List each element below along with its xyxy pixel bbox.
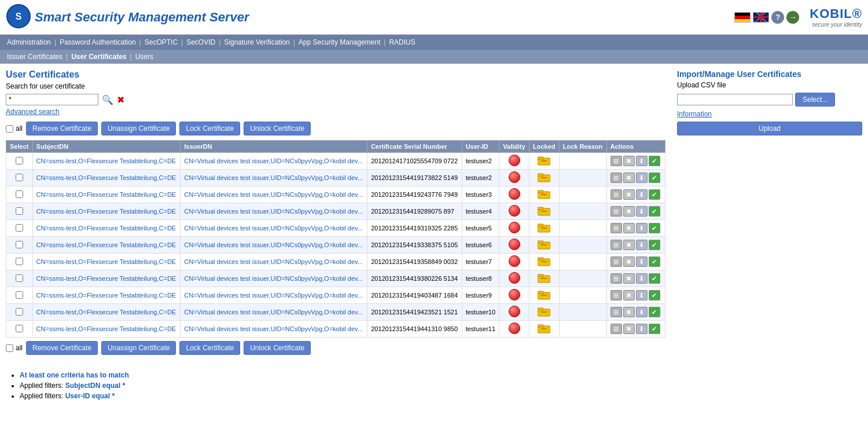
subject-dn-link[interactable]: CN=ssms-test,O=Flexsecure Testabteilung,… [36,309,176,316]
issuer-dn-link[interactable]: CN=Virtual devices test issuer,UID=NCs0p… [184,208,363,215]
validity-icon[interactable] [509,255,520,267]
nav-radius[interactable]: RADIUS [387,37,417,47]
nav-user-certs[interactable]: User Certificates [69,52,128,62]
validity-icon[interactable] [509,171,520,183]
locked-folder-icon[interactable] [538,155,550,166]
add-action-icon[interactable]: ⊞ [610,173,622,183]
locked-folder-icon[interactable] [538,273,550,283]
download-action-icon[interactable]: ⬇ [636,223,648,233]
download-action-icon[interactable]: ⬇ [636,189,648,200]
download-action-icon[interactable]: ⬇ [636,307,648,317]
download-action-icon[interactable]: ⬇ [636,173,648,183]
add-action-icon[interactable]: ⊞ [610,273,622,284]
row-checkbox[interactable] [16,224,23,232]
nav-sig-verification[interactable]: Signature Verification [222,37,292,47]
nav-app-security[interactable]: App Security Management [296,37,382,47]
subject-dn-link[interactable]: CN=ssms-test,O=Flexsecure Testabteilung,… [36,241,176,248]
green-action-icon[interactable]: ✔ [649,273,660,284]
row-checkbox[interactable] [16,190,23,198]
delete-action-icon[interactable]: ✖ [623,189,635,200]
green-action-icon[interactable]: ✔ [649,290,660,300]
add-action-icon[interactable]: ⊞ [610,189,622,200]
subject-dn-link[interactable]: CN=ssms-test,O=Flexsecure Testabteilung,… [36,191,176,198]
remove-certificate-bottom-button[interactable]: Remove Certificate [26,341,98,355]
add-action-icon[interactable]: ⊞ [610,223,622,233]
delete-action-icon[interactable]: ✖ [623,240,635,250]
issuer-dn-link[interactable]: CN=Virtual devices test issuer,UID=NCs0p… [184,241,363,248]
add-action-icon[interactable]: ⊞ [610,240,622,250]
locked-folder-icon[interactable] [538,256,550,266]
add-action-icon[interactable]: ⊞ [610,156,622,166]
locked-folder-icon[interactable] [538,306,550,317]
download-action-icon[interactable]: ⬇ [636,206,648,217]
add-action-icon[interactable]: ⊞ [610,290,622,300]
remove-certificate-top-button[interactable]: Remove Certificate [26,122,98,135]
green-action-icon[interactable]: ✔ [649,240,660,250]
nav-secoptic[interactable]: SecOPTIC [142,37,180,47]
subject-dn-link[interactable]: CN=ssms-test,O=Flexsecure Testabteilung,… [36,275,176,282]
validity-icon[interactable] [509,289,520,300]
unlock-certificate-top-button[interactable]: Unlock Certificate [244,122,311,135]
add-action-icon[interactable]: ⊞ [610,324,622,334]
delete-action-icon[interactable]: ✖ [623,324,635,334]
select-all-top-checkbox[interactable] [6,125,13,133]
information-link[interactable]: Information [677,110,712,118]
row-checkbox[interactable] [16,207,23,215]
help-icon[interactable]: ? [771,11,784,24]
download-action-icon[interactable]: ⬇ [636,324,648,334]
issuer-dn-link[interactable]: CN=Virtual devices test issuer,UID=NCs0p… [184,309,363,316]
green-action-icon[interactable]: ✔ [649,307,660,317]
validity-icon[interactable] [509,272,520,284]
csv-file-input[interactable] [677,94,793,105]
subject-dn-link[interactable]: CN=ssms-test,O=Flexsecure Testabteilung,… [36,208,176,215]
row-checkbox[interactable] [16,174,23,181]
download-action-icon[interactable]: ⬇ [636,273,648,284]
nav-secovid[interactable]: SecOVID [184,37,218,47]
subject-dn-link[interactable]: CN=ssms-test,O=Flexsecure Testabteilung,… [36,174,176,181]
nav-issuer-certs[interactable]: Issuer Certificates [5,52,65,62]
footer-note-3-link[interactable]: User-ID equal * [65,392,115,400]
delete-action-icon[interactable]: ✖ [623,173,635,183]
lock-certificate-bottom-button[interactable]: Lock Certificate [179,341,240,355]
locked-folder-icon[interactable] [538,222,550,233]
download-action-icon[interactable]: ⬇ [636,256,648,267]
locked-folder-icon[interactable] [538,172,550,182]
footer-note-2-link[interactable]: SubjectDN equal * [65,382,125,390]
issuer-dn-link[interactable]: CN=Virtual devices test issuer,UID=NCs0p… [184,157,363,164]
locked-folder-icon[interactable] [538,189,550,199]
delete-action-icon[interactable]: ✖ [623,156,635,166]
row-checkbox[interactable] [16,274,23,282]
issuer-dn-link[interactable]: CN=Virtual devices test issuer,UID=NCs0p… [184,258,363,265]
unassign-certificate-top-button[interactable]: Unassign Certificate [101,122,176,135]
search-input[interactable] [6,94,98,105]
delete-action-icon[interactable]: ✖ [623,273,635,284]
add-action-icon[interactable]: ⊞ [610,256,622,267]
nav-administration[interactable]: Administration [5,37,53,47]
green-action-icon[interactable]: ✔ [649,223,660,233]
green-action-icon[interactable]: ✔ [649,256,660,267]
delete-action-icon[interactable]: ✖ [623,256,635,267]
green-action-icon[interactable]: ✔ [649,156,660,166]
validity-icon[interactable] [509,205,520,217]
locked-folder-icon[interactable] [538,206,550,216]
download-action-icon[interactable]: ⬇ [636,156,648,166]
validity-icon[interactable] [509,222,520,233]
row-checkbox[interactable] [16,325,23,332]
issuer-dn-link[interactable]: CN=Virtual devices test issuer,UID=NCs0p… [184,292,363,299]
locked-folder-icon[interactable] [538,239,550,250]
nav-users[interactable]: Users [133,52,156,62]
flag-de-icon[interactable] [734,12,751,23]
unassign-certificate-bottom-button[interactable]: Unassign Certificate [101,341,176,355]
advanced-search-link[interactable]: Advanced search [6,108,60,116]
lock-certificate-top-button[interactable]: Lock Certificate [179,122,240,135]
delete-action-icon[interactable]: ✖ [623,307,635,317]
locked-folder-icon[interactable] [538,323,550,333]
issuer-dn-link[interactable]: CN=Virtual devices test issuer,UID=NCs0p… [184,174,363,181]
download-action-icon[interactable]: ⬇ [636,290,648,300]
subject-dn-link[interactable]: CN=ssms-test,O=Flexsecure Testabteilung,… [36,325,176,332]
validity-icon[interactable] [509,306,520,317]
validity-icon[interactable] [509,239,520,250]
subject-dn-link[interactable]: CN=ssms-test,O=Flexsecure Testabteilung,… [36,258,176,265]
download-action-icon[interactable]: ⬇ [636,240,648,250]
delete-action-icon[interactable]: ✖ [623,206,635,217]
